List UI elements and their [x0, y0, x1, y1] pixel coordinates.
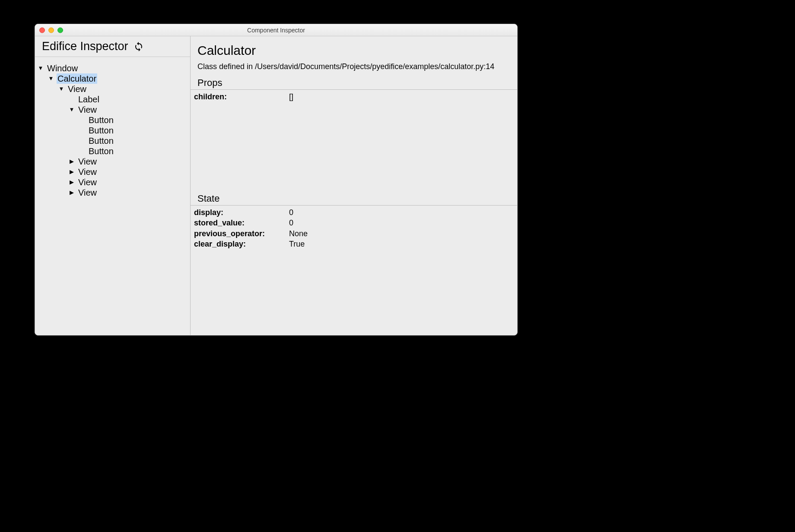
state-section: State display: 0 stored_value: 0 previou…: [191, 192, 517, 335]
disclosure-right-icon[interactable]: ▶: [69, 158, 75, 165]
class-definition-line: Class defined in /Users/david/Documents/…: [191, 60, 517, 76]
tree-item-button[interactable]: ▼ Button: [35, 146, 190, 156]
state-key: display:: [194, 207, 289, 218]
titlebar[interactable]: Component Inspector: [35, 24, 517, 36]
state-key: stored_value:: [194, 218, 289, 228]
app-window: Component Inspector Edifice Inspector ▼ …: [35, 24, 518, 336]
state-value: True: [289, 239, 514, 249]
props-header: Props: [191, 76, 517, 90]
tree-item-calculator[interactable]: ▼ Calculator: [35, 73, 190, 84]
disclosure-down-icon[interactable]: ▼: [69, 106, 75, 113]
tree-item-label: Label: [78, 94, 99, 104]
state-row: stored_value: 0: [194, 218, 514, 228]
window-title: Component Inspector: [35, 27, 517, 34]
tree-item-button[interactable]: ▼ Button: [35, 136, 190, 146]
prop-value: []: [289, 92, 514, 102]
body: Edifice Inspector ▼ Window ▼ Calculator: [35, 36, 517, 335]
tree-item-label: View: [78, 156, 97, 167]
tree-item-window[interactable]: ▼ Window: [35, 63, 190, 73]
tree-item-view[interactable]: ▼ View: [35, 84, 190, 94]
sidebar-title: Edifice Inspector: [42, 40, 128, 53]
tree-item-label: Button: [89, 115, 114, 125]
state-row: previous_operator: None: [194, 228, 514, 239]
tree-item-label: Window: [47, 63, 78, 73]
tree-item-label[interactable]: ▼ Label: [35, 94, 190, 104]
details-panel: Calculator Class defined in /Users/david…: [191, 36, 517, 335]
disclosure-right-icon[interactable]: ▶: [69, 179, 75, 186]
props-section: Props children: []: [191, 76, 517, 190]
state-value: None: [289, 228, 514, 239]
state-header: State: [191, 192, 517, 206]
disclosure-down-icon[interactable]: ▼: [48, 75, 54, 82]
sidebar-header: Edifice Inspector: [35, 36, 190, 57]
tree-item-view[interactable]: ▼ View: [35, 104, 190, 115]
state-key: clear_display:: [194, 239, 289, 249]
tree-item-label: View: [78, 104, 97, 115]
disclosure-down-icon[interactable]: ▼: [38, 65, 44, 72]
tree-item-label: Button: [89, 125, 114, 136]
tree-item-view[interactable]: ▶ View: [35, 187, 190, 198]
state-value: 0: [289, 207, 514, 218]
window-controls: [39, 27, 63, 33]
tree-item-label: View: [78, 167, 97, 177]
tree-item-label: Button: [89, 146, 114, 156]
disclosure-right-icon[interactable]: ▶: [69, 189, 75, 196]
state-value: 0: [289, 218, 514, 228]
tree-item-button[interactable]: ▼ Button: [35, 115, 190, 125]
refresh-icon[interactable]: [134, 41, 144, 52]
tree-item-button[interactable]: ▼ Button: [35, 125, 190, 136]
tree-item-label: Calculator: [57, 73, 97, 84]
component-tree: ▼ Window ▼ Calculator ▼ View ▼ Label ▼: [35, 57, 190, 198]
tree-item-label: View: [78, 177, 97, 187]
props-list: children: []: [191, 90, 517, 190]
tree-item-label: View: [68, 84, 86, 94]
disclosure-right-icon[interactable]: ▶: [69, 168, 75, 175]
prop-key: children:: [194, 92, 289, 102]
state-list: display: 0 stored_value: 0 previous_oper…: [191, 206, 517, 335]
tree-item-view[interactable]: ▶ View: [35, 167, 190, 177]
state-row: display: 0: [194, 207, 514, 218]
maximize-icon[interactable]: [57, 27, 63, 33]
sidebar: Edifice Inspector ▼ Window ▼ Calculator: [35, 36, 191, 335]
tree-item-label: View: [78, 187, 97, 198]
tree-item-view[interactable]: ▶ View: [35, 177, 190, 187]
state-key: previous_operator:: [194, 228, 289, 239]
tree-item-view[interactable]: ▶ View: [35, 156, 190, 167]
prop-row: children: []: [194, 92, 514, 102]
tree-item-label: Button: [89, 136, 114, 146]
minimize-icon[interactable]: [48, 27, 54, 33]
state-row: clear_display: True: [194, 239, 514, 249]
component-title: Calculator: [191, 36, 517, 60]
disclosure-down-icon[interactable]: ▼: [58, 86, 64, 92]
close-icon[interactable]: [39, 27, 45, 33]
